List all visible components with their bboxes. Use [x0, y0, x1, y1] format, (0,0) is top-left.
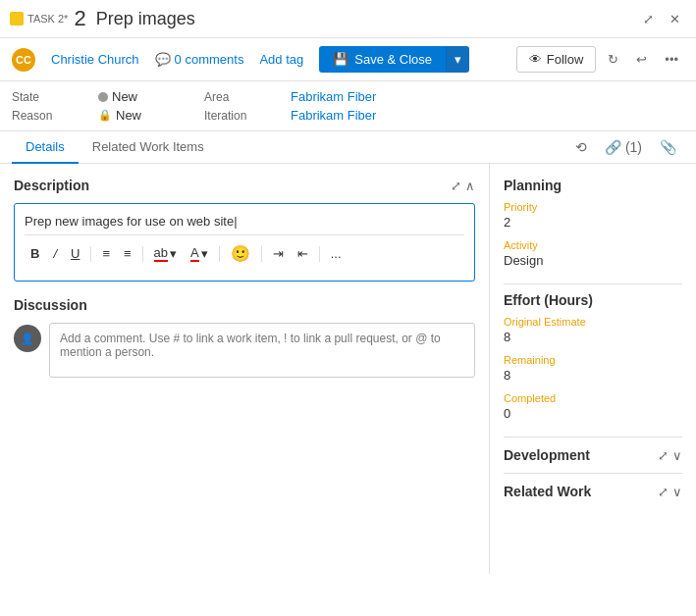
title-bar-left: TASK 2* 2 Prep images: [10, 6, 631, 31]
user-name[interactable]: Christie Church: [51, 52, 139, 67]
meta-actions: 👁 Follow ↻ ↩ •••: [516, 46, 684, 73]
planning-title: Planning: [504, 178, 682, 193]
undo-button[interactable]: ↩: [630, 48, 653, 71]
main-content: Description ⤢ ∧ Prep new images for use …: [0, 164, 696, 574]
toolbar-separator-5: [319, 246, 320, 262]
italic-button[interactable]: /: [47, 243, 63, 264]
highlight-dropdown: ▾: [170, 246, 177, 261]
tabs-bar: Details Related Work Items ⟲ 🔗 (1) 📎: [0, 131, 696, 164]
description-title-icons: ⤢ ∧: [451, 179, 475, 193]
save-group: 💾 Save & Close ▾: [319, 46, 469, 73]
related-work-section[interactable]: Related Work ⤢ ∨: [504, 473, 682, 509]
restore-button[interactable]: ⤢: [637, 8, 660, 30]
save-close-button[interactable]: 💾 Save & Close: [319, 46, 446, 73]
task-icon: [10, 12, 24, 26]
comments-link[interactable]: 💬 0 comments: [155, 52, 244, 67]
user-avatar: CC: [12, 48, 35, 72]
development-section[interactable]: Development ⤢ ∨: [504, 436, 682, 473]
follow-label: Follow: [547, 52, 584, 67]
meta-bar: CC Christie Church 💬 0 comments Add tag …: [0, 38, 696, 81]
close-button[interactable]: ✕: [664, 8, 686, 30]
tab-details[interactable]: Details: [12, 131, 79, 164]
title-bar: TASK 2* 2 Prep images ⤢ ✕: [0, 0, 696, 38]
original-estimate-value: 8: [504, 330, 682, 344]
remaining-value: 8: [504, 368, 682, 383]
effort-title: Effort (Hours): [504, 283, 682, 308]
related-work-icons: ⤢ ∨: [658, 485, 682, 499]
completed-value: 0: [504, 406, 682, 421]
indent-button[interactable]: ⇥: [267, 243, 290, 264]
development-chevron-icon: ∨: [672, 448, 682, 463]
tab-icons: ⟲ 🔗 (1) 📎: [567, 133, 684, 161]
links-icon-btn[interactable]: 🔗 (1): [597, 133, 650, 161]
save-icon: 💾: [333, 52, 348, 67]
toolbar-separator-1: [90, 246, 91, 262]
reason-label: Reason: [12, 109, 90, 123]
reason-value[interactable]: 🔒 New: [98, 108, 196, 123]
attachments-icon-btn[interactable]: 📎: [652, 133, 684, 161]
editor-toolbar: B / U ≡ ≡ ab ▾ A ▾: [25, 234, 464, 266]
right-panel: Planning Priority 2 Activity Design Effo…: [490, 164, 696, 574]
comment-icon: 💬: [155, 52, 171, 67]
outdent-button[interactable]: ⇤: [292, 243, 314, 264]
highlight-label: ab: [154, 245, 168, 262]
description-editor[interactable]: Prep new images for use on web site| B /…: [14, 203, 475, 282]
list-button[interactable]: ≡: [118, 243, 137, 264]
iteration-label: Iteration: [204, 109, 283, 123]
discussion-section: Discussion 👤: [14, 297, 475, 378]
discussion-input[interactable]: [49, 323, 475, 378]
description-text: Prep new images for use on web site|: [25, 214, 238, 229]
tab-related[interactable]: Related Work Items: [79, 131, 218, 164]
toolbar-separator-3: [219, 246, 220, 262]
reason-text: New: [116, 108, 141, 123]
related-work-chevron-icon: ∨: [672, 485, 682, 499]
highlight-button[interactable]: ab ▾: [148, 242, 183, 265]
refresh-button[interactable]: ↻: [602, 48, 624, 71]
description-section: Description ⤢ ∧ Prep new images for use …: [14, 178, 475, 282]
font-color-label: A: [190, 245, 199, 262]
history-icon-btn[interactable]: ⟲: [567, 133, 595, 161]
align-button[interactable]: ≡: [96, 243, 116, 264]
state-label: State: [12, 90, 90, 104]
left-panel: Description ⤢ ∧ Prep new images for use …: [0, 164, 490, 574]
lock-icon: 🔒: [98, 109, 112, 122]
emoji-button[interactable]: 🙂: [225, 241, 256, 266]
description-section-title: Description ⤢ ∧: [14, 178, 475, 193]
comments-count: 0 comments: [175, 52, 244, 67]
bold-button[interactable]: B: [25, 243, 45, 264]
state-dot: [98, 92, 108, 102]
area-label: Area: [204, 90, 283, 104]
title-bar-right: ⤢ ✕: [637, 8, 686, 30]
discussion-input-row: 👤: [14, 323, 475, 378]
avatar-icon: 👤: [21, 333, 34, 345]
effort-section: Effort (Hours) Original Estimate 8 Remai…: [504, 283, 682, 421]
add-tag-button[interactable]: Add tag: [259, 52, 303, 67]
fields-bar: State New Area Fabrikam Fiber Reason 🔒 N…: [0, 81, 696, 131]
description-title-text: Description: [14, 178, 89, 193]
follow-button[interactable]: 👁 Follow: [516, 46, 597, 73]
related-work-title: Related Work: [504, 484, 591, 499]
state-value[interactable]: New: [98, 89, 196, 104]
toolbar-separator-2: [142, 246, 143, 262]
remaining-label: Remaining: [504, 354, 682, 366]
underline-button[interactable]: U: [65, 243, 85, 264]
expand-icon-btn[interactable]: ⤢: [451, 179, 461, 193]
completed-label: Completed: [504, 392, 682, 404]
save-dropdown-button[interactable]: ▾: [446, 46, 469, 73]
related-work-expand-icon: ⤢: [658, 485, 669, 499]
more-toolbar-button[interactable]: ...: [325, 243, 348, 264]
priority-label: Priority: [504, 201, 682, 213]
discussion-title: Discussion: [14, 297, 475, 313]
font-color-dropdown: ▾: [201, 246, 208, 261]
emoji-icon: 🙂: [231, 244, 250, 263]
state-text: New: [112, 89, 137, 104]
iteration-value[interactable]: Fabrikam Fiber: [291, 108, 487, 123]
collapse-icon-btn[interactable]: ∧: [465, 179, 475, 193]
more-button[interactable]: •••: [659, 48, 684, 71]
task-number: 2: [74, 6, 85, 31]
area-value[interactable]: Fabrikam Fiber: [291, 89, 487, 104]
font-color-button[interactable]: A ▾: [185, 242, 214, 265]
development-title: Development: [504, 447, 590, 463]
links-count: (1): [625, 139, 642, 155]
activity-label: Activity: [504, 239, 682, 251]
